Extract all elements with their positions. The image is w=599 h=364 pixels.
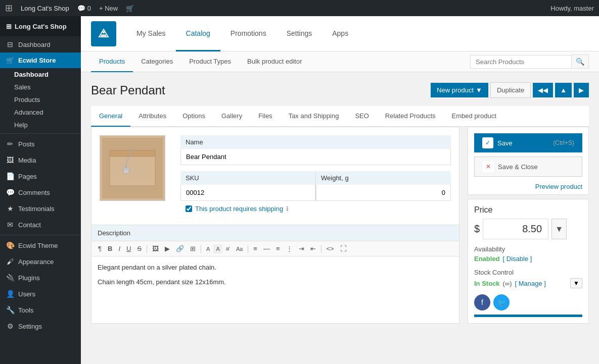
shipping-checkbox[interactable] [186,205,192,212]
prev-button[interactable]: ▲ [555,83,572,97]
toolbar-link[interactable]: 🔗 [173,243,187,254]
next-button[interactable]: ▶ [574,83,589,97]
product-tab-options[interactable]: Options [174,106,213,127]
sidebar-item-testimonials[interactable]: ★ Testimonials [0,200,81,217]
sidebar: ⊞ Long Cat's Shop ⊟ Dashboard 🛒 Ecwid St… [0,16,81,364]
toolbar-fullscreen[interactable]: ⛶ [338,243,349,254]
product-tabs: General Attributes Options Gallery Files… [91,106,589,127]
name-input[interactable] [180,149,451,165]
save-buttons: ✓ Save (Ctrl+S) ✕ Save & Close [468,127,588,183]
nav-my-sales[interactable]: My Sales [126,16,176,51]
product-tab-attributes[interactable]: Attributes [130,106,174,127]
toolbar-align[interactable]: ≡ [251,243,260,254]
site-name-link[interactable]: Long Cat's Shop [21,5,69,12]
sidebar-sub-help[interactable]: Help [0,119,81,131]
tab-bulk-editor[interactable]: Bulk product editor [239,51,310,72]
nav-catalog[interactable]: Catalog [176,16,220,51]
toolbar-font-color[interactable]: A [204,244,212,253]
availability-status-row: Enabled [ Disable ] [474,255,582,263]
sidebar-item-dashboard[interactable]: ⊟ Dashboard [0,36,81,53]
toolbar-bold[interactable]: B [105,243,115,254]
editor-content[interactable]: Elegant pendant on a silver plated chain… [91,256,459,307]
sidebar-item-tools[interactable]: 🔧 Tools [0,302,81,318]
toolbar-list-ul[interactable]: ≡ [273,243,283,254]
toolbar-outdent[interactable]: ⇤ [308,243,318,254]
cart-icon-link[interactable]: 🛒 [126,5,134,12]
sidebar-item-users[interactable]: 👤 Users [0,286,81,302]
toolbar-media[interactable]: ▶ [162,243,172,254]
product-tab-related-products[interactable]: Related Products [377,106,444,127]
facebook-share-button[interactable]: f [474,294,490,310]
sku-input[interactable] [180,185,315,201]
product-tab-tax-shipping[interactable]: Tax and Shipping [281,106,347,127]
toolbar-hr[interactable]: — [261,243,272,254]
users-label: Users [18,290,35,298]
tab-categories[interactable]: Categories [133,51,181,72]
sidebar-sub-dashboard[interactable]: Dashboard [0,68,81,81]
toolbar-superscript[interactable]: aⁱ [223,244,233,253]
save-button[interactable]: ✓ Save (Ctrl+S) [474,133,582,152]
save-close-check-icon: ✕ [483,161,494,172]
social-buttons: f 🐦 [474,294,582,310]
disable-link[interactable]: [ Disable ] [503,255,532,263]
manage-link[interactable]: [ Manage ] [515,280,546,287]
toolbar-font-size[interactable]: Aa [234,244,245,253]
toolbar-italic[interactable]: I [116,243,123,254]
sidebar-item-plugins[interactable]: 🔌 Plugins [0,270,81,286]
sidebar-item-media[interactable]: 🖼 Media [0,152,81,168]
contact-icon: ✉ [6,221,14,229]
prev-prev-button[interactable]: ◀◀ [533,83,553,97]
sidebar-sub-advanced[interactable]: Advanced [0,106,81,119]
new-link[interactable]: + New [99,5,118,12]
sidebar-item-ecwid-theme[interactable]: 🎨 Ecwid Theme [0,237,81,253]
sidebar-sub-sales[interactable]: Sales [0,81,81,93]
sidebar-item-appearance[interactable]: 🖌 Appearance [0,253,81,270]
toolbar-image[interactable]: 🖼 [150,243,161,254]
sidebar-item-pages[interactable]: 📄 Pages [0,168,81,184]
sidebar-item-comments[interactable]: 💬 Comments [0,184,81,200]
product-image-box[interactable] [100,135,165,201]
weight-input[interactable] [316,185,451,201]
sidebar-site-name[interactable]: ⊞ Long Cat's Shop [0,16,81,36]
toolbar-table[interactable]: ⊞ [188,243,198,254]
tab-product-types[interactable]: Product Types [181,51,239,72]
plugins-icon: 🔌 [6,274,14,282]
save-close-button[interactable]: ✕ Save & Close [474,157,582,177]
product-tab-gallery[interactable]: Gallery [213,106,250,127]
new-product-button[interactable]: New product ▼ [431,83,488,97]
tools-icon: 🔧 [6,306,14,314]
product-tab-embed-product[interactable]: Embed product [444,106,504,127]
toolbar-strikethrough[interactable]: S [134,243,144,254]
nav-apps[interactable]: Apps [322,16,358,51]
sidebar-item-ecwid-store[interactable]: 🛒 Ecwid Store [0,53,81,68]
nav-promotions[interactable]: Promotions [220,16,277,51]
toolbar-list-ol[interactable]: ⋮ [284,243,295,254]
toolbar-underline[interactable]: U [124,243,133,254]
duplicate-button[interactable]: Duplicate [490,82,531,98]
product-tab-files[interactable]: Files [250,106,280,127]
sidebar-sub-products[interactable]: Products [0,93,81,106]
price-input[interactable] [483,219,548,239]
tab-products[interactable]: Products [91,51,133,72]
stock-expand-button[interactable]: ▼ [570,278,582,288]
sidebar-item-posts[interactable]: ✏ Posts [0,136,81,152]
sidebar-item-contact[interactable]: ✉ Contact [0,217,81,233]
comments-link[interactable]: 💬 0 [77,5,91,12]
testimonials-label: Testimonials [18,205,55,213]
shipping-label: This product requires shipping [195,205,283,213]
ecwid-theme-label: Ecwid Theme [18,242,58,249]
price-stepper-down[interactable]: ▼ [551,219,567,239]
product-tab-general[interactable]: General [91,106,130,127]
nav-settings[interactable]: Settings [277,16,322,51]
toolbar-code[interactable]: <> [324,243,337,254]
search-products-input[interactable] [470,55,571,69]
toolbar-paragraph[interactable]: ¶ [96,243,104,254]
search-products-button[interactable]: 🔍 [571,55,589,69]
twitter-share-button[interactable]: 🐦 [493,294,510,310]
sidebar-item-settings[interactable]: ⚙ Settings [0,318,81,334]
posts-icon: ✏ [6,140,14,148]
toolbar-indent[interactable]: ⇥ [296,243,307,254]
toolbar-highlight[interactable]: A [213,244,222,253]
product-tab-seo[interactable]: SEO [347,106,377,127]
preview-product-link[interactable]: Preview product [535,183,582,190]
